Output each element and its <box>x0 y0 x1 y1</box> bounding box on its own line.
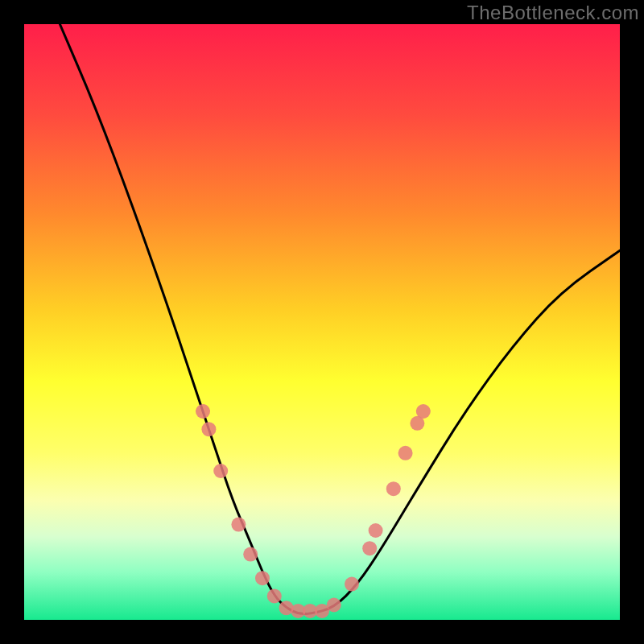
marker-dot <box>213 464 228 478</box>
marker-dot <box>345 577 359 592</box>
marker-dot <box>386 481 401 496</box>
marker-dot <box>196 404 210 419</box>
curve-svg <box>24 24 620 620</box>
chart-container: TheBottleneck.com <box>0 0 644 644</box>
marker-dot <box>416 404 431 419</box>
marker-dot <box>267 588 282 603</box>
marker-dot <box>231 518 246 532</box>
bottleneck-curve <box>60 24 620 614</box>
marker-dot <box>255 571 270 585</box>
plot-area <box>24 24 620 620</box>
marker-dot <box>362 541 377 555</box>
marker-dot <box>327 598 341 613</box>
watermark-text: TheBottleneck.com <box>467 2 639 24</box>
curve-markers <box>196 404 431 618</box>
marker-dot <box>398 446 413 460</box>
marker-dot <box>201 422 216 436</box>
marker-dot <box>369 523 383 538</box>
marker-dot <box>243 547 258 562</box>
